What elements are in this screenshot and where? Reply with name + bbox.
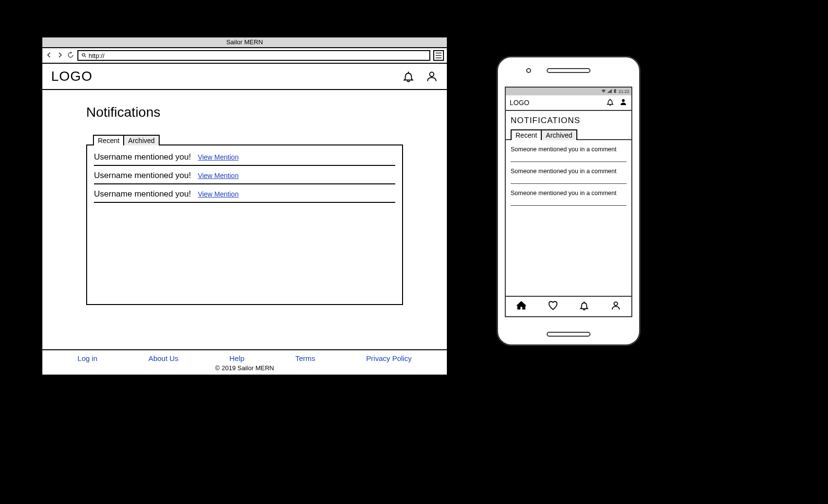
- notification-row: Username mentioned you! View Mention: [94, 147, 395, 166]
- svg-point-0: [82, 53, 85, 56]
- url-bar[interactable]: http://: [77, 50, 430, 61]
- view-mention-link[interactable]: View Mention: [198, 153, 239, 161]
- phone-speaker: [547, 68, 590, 73]
- signal-icon: [607, 89, 612, 94]
- heart-icon[interactable]: [548, 300, 558, 313]
- home-icon[interactable]: [516, 300, 527, 313]
- site-footer: Log in About Us Help Terms Privacy Polic…: [42, 349, 447, 375]
- view-mention-link[interactable]: View Mention: [198, 190, 239, 198]
- mobile-header: LOGO: [506, 95, 631, 111]
- browser-titlebar: Sailor MERN: [42, 37, 447, 48]
- site-header: LOGO: [42, 64, 447, 90]
- notification-row[interactable]: Someone mentioned you in a comment: [511, 140, 626, 162]
- page-title: Notifications: [86, 105, 403, 120]
- mobile-wireframe: 21:22 LOGO NOTIFICATIONS Recent Archived…: [497, 56, 641, 346]
- notification-text: Username mentioned you!: [94, 152, 191, 162]
- bell-icon[interactable]: [402, 70, 415, 83]
- tab-archived[interactable]: Archived: [542, 129, 577, 140]
- user-icon[interactable]: [619, 98, 627, 108]
- search-icon: [81, 53, 87, 59]
- notification-row[interactable]: Someone mentioned you in a comment: [511, 184, 626, 206]
- tab-archived[interactable]: Archived: [124, 135, 159, 145]
- svg-point-5: [614, 302, 617, 306]
- status-bar: 21:22: [506, 88, 631, 95]
- svg-point-4: [622, 99, 625, 102]
- forward-button[interactable]: [56, 52, 64, 60]
- notification-text: Username mentioned you!: [94, 171, 191, 180]
- notifications-list: Username mentioned you! View Mention Use…: [86, 144, 403, 305]
- mobile-logo[interactable]: LOGO: [510, 99, 529, 107]
- footer-terms-link[interactable]: Terms: [295, 354, 315, 362]
- status-time: 21:22: [618, 89, 629, 94]
- reload-button[interactable]: [67, 52, 74, 60]
- notification-row[interactable]: Someone mentioned you in a comment: [511, 162, 626, 184]
- logo[interactable]: LOGO: [51, 69, 92, 84]
- user-icon[interactable]: [425, 70, 438, 83]
- tab-recent[interactable]: Recent: [93, 135, 124, 145]
- page-content: Notifications Recent Archived Username m…: [42, 90, 447, 305]
- browser-toolbar: http://: [42, 48, 447, 64]
- phone-camera: [526, 68, 531, 73]
- notification-row: Username mentioned you! View Mention: [94, 166, 395, 184]
- bell-icon[interactable]: [579, 300, 589, 313]
- mobile-page-title: NOTIFICATIONS: [506, 111, 631, 128]
- bell-icon[interactable]: [606, 98, 614, 108]
- svg-point-1: [430, 72, 434, 76]
- wifi-icon: [601, 89, 606, 94]
- browser-wireframe: Sailor MERN http:// LOGO: [41, 36, 448, 376]
- svg-rect-3: [614, 90, 616, 93]
- phone-home-button[interactable]: [547, 332, 590, 337]
- tabs: Recent Archived: [93, 135, 160, 145]
- mobile-tabs: Recent Archived: [511, 129, 631, 140]
- user-icon[interactable]: [610, 300, 621, 313]
- svg-rect-2: [615, 89, 616, 90]
- url-text: http://: [89, 52, 105, 59]
- back-button[interactable]: [45, 52, 53, 60]
- copyright-text: © 2019 Sailor MERN: [42, 364, 447, 372]
- mobile-bottom-nav: [506, 296, 631, 316]
- footer-privacy-link[interactable]: Privacy Policy: [366, 354, 411, 362]
- menu-button[interactable]: [433, 50, 444, 61]
- battery-icon: [613, 89, 617, 94]
- footer-login-link[interactable]: Log in: [77, 354, 97, 362]
- notification-text: Username mentioned you!: [94, 189, 191, 199]
- phone-screen: 21:22 LOGO NOTIFICATIONS Recent Archived…: [505, 87, 632, 317]
- notification-row: Username mentioned you! View Mention: [94, 184, 395, 203]
- mobile-notifications-list: Someone mentioned you in a comment Someo…: [506, 139, 631, 296]
- footer-about-link[interactable]: About Us: [148, 354, 179, 362]
- browser-title: Sailor MERN: [226, 38, 263, 46]
- footer-help-link[interactable]: Help: [229, 354, 244, 362]
- view-mention-link[interactable]: View Mention: [198, 172, 239, 180]
- tab-recent[interactable]: Recent: [511, 129, 542, 140]
- phone-top: [498, 57, 639, 85]
